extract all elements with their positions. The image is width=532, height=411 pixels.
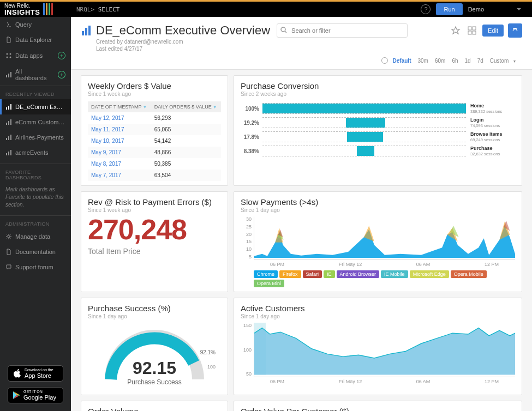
time-range-1d[interactable]: 1d: [462, 56, 474, 65]
sidebar-recent-item[interactable]: eComm Customer Infra & A…: [0, 114, 71, 130]
svg-rect-20: [82, 31, 84, 35]
svg-rect-25: [473, 27, 476, 30]
legend-chip[interactable]: IE Mobile: [381, 270, 408, 278]
legend-chip[interactable]: Opera Mobile: [451, 270, 487, 278]
time-range-default[interactable]: Default: [390, 56, 415, 65]
chart-icon: [5, 134, 12, 141]
funnel-step: 100%Home389,332 sessions: [241, 101, 515, 116]
run-button[interactable]: Run: [436, 3, 462, 15]
sidebar-recent-item[interactable]: acmeEvents: [0, 145, 71, 160]
svg-rect-22: [88, 26, 91, 35]
expand-button[interactable]: [508, 23, 522, 38]
help-icon[interactable]: ?: [421, 4, 431, 14]
chat-icon: [5, 264, 12, 270]
legend-chip[interactable]: Opera Mini: [254, 280, 284, 287]
legend-chip[interactable]: Chrome: [254, 270, 278, 278]
chart-icon: [5, 104, 12, 110]
svg-rect-8: [8, 106, 9, 110]
svg-point-23: [281, 27, 285, 32]
table-row[interactable]: May 9, 201748,866: [88, 147, 221, 158]
svg-rect-21: [85, 28, 87, 35]
svg-rect-11: [8, 121, 9, 125]
grid-view-button[interactable]: [466, 25, 478, 37]
play-icon: [13, 391, 20, 400]
sidebar-recent-item[interactable]: Airlines-Payments: [0, 130, 71, 145]
sidebar-admin-documentation[interactable]: Documentation: [0, 244, 71, 259]
card-active-customers: Active Customers Since 1 day ago 1501005…: [234, 298, 522, 395]
legend-chip[interactable]: Microsoft Edge: [410, 270, 449, 278]
time-range-7d[interactable]: 7d: [474, 56, 487, 65]
time-range-30m[interactable]: 30m: [414, 56, 431, 65]
account-menu[interactable]: Demo: [468, 6, 511, 13]
main: DE_eComm Executive Overview Created by d…: [71, 17, 532, 411]
apple-icon: [13, 368, 21, 378]
appstore-badge[interactable]: Download on theApp Store: [8, 365, 63, 382]
svg-rect-16: [6, 153, 7, 155]
search-input[interactable]: [277, 23, 408, 38]
edit-button[interactable]: Edit: [482, 25, 504, 37]
sidebar-fav-hint: Mark dashboards as Favorite to populate …: [0, 183, 71, 212]
favorite-button[interactable]: [450, 25, 462, 37]
table-row[interactable]: May 10, 201754,142: [88, 135, 221, 147]
svg-rect-4: [6, 75, 7, 77]
time-range-custom[interactable]: Custom ▾: [487, 56, 522, 65]
clock-icon: [381, 57, 388, 64]
svg-rect-27: [473, 31, 476, 34]
nrql-input[interactable]: NRQL> SELECT: [71, 6, 120, 13]
legend-chip[interactable]: Safari: [303, 270, 322, 278]
svg-rect-24: [468, 27, 471, 30]
caret-down-icon[interactable]: [517, 8, 521, 10]
time-range-60m[interactable]: 60m: [432, 56, 449, 65]
legend-chip[interactable]: Firefox: [279, 270, 301, 278]
card-order-volume: Order Volume Since 1 day ago 2.57 K 75.6…: [81, 401, 228, 411]
time-range: Default30m60m6h1d7dCustom ▾: [81, 57, 522, 64]
card-rev-risk: Rev @ Risk to Payment Errors ($) Since 1…: [81, 191, 228, 292]
purchase-success-gauge: 92.15 Purchase Success 92.1% 100: [88, 319, 221, 390]
svg-rect-13: [6, 138, 7, 140]
sidebar-admin-manage-data[interactable]: Manage data: [0, 229, 71, 244]
svg-rect-12: [10, 119, 11, 125]
funnel-chart: 100%Home389,332 sessions19.2%Login74,593…: [241, 101, 515, 161]
brand-bars-icon: [43, 3, 53, 15]
svg-point-0: [7, 53, 8, 55]
weekly-orders-table: Date of Timestamp▼ Daily Orders $ Value▼…: [88, 101, 221, 181]
card-purchase-success: Purchase Success (%) Since 1 day ago 92.…: [81, 298, 228, 395]
chart-icon: [5, 71, 12, 78]
sidebar-recent-header: Recently Viewed: [0, 86, 71, 99]
active-customers-chart: [254, 323, 515, 375]
card-conversion: Purchase Conversion Since 2 weeks ago 10…: [234, 75, 522, 186]
svg-rect-26: [468, 31, 471, 34]
sidebar-item-data-apps[interactable]: Data apps+: [0, 47, 71, 64]
legend-chip[interactable]: Android Browser: [337, 270, 380, 278]
sidebar-item-data-explorer[interactable]: Data Explorer: [0, 32, 71, 47]
sidebar-fav-header: Favorite Dashboards: [0, 164, 71, 183]
card-weekly-orders: Weekly Orders $ Value Since 1 week ago D…: [81, 75, 228, 186]
sidebar-admin-header: Administration: [0, 216, 71, 229]
sidebar-item-all-dashboards[interactable]: All dashboards+: [0, 64, 71, 86]
search-icon: [280, 27, 287, 33]
chart-icon: [5, 149, 12, 156]
brand[interactable]: New Relic.INSIGHTS: [0, 2, 71, 17]
table-row[interactable]: May 8, 201750,385: [88, 158, 221, 170]
time-range-6h[interactable]: 6h: [449, 56, 461, 65]
sidebar-admin-support-forum[interactable]: Support forum: [0, 259, 71, 275]
svg-point-2: [7, 57, 8, 58]
svg-rect-17: [8, 152, 9, 155]
gear-icon: [5, 233, 12, 240]
table-row[interactable]: May 11, 201765,065: [88, 124, 221, 135]
table-row[interactable]: May 7, 201763,504: [88, 170, 221, 181]
legend-chip[interactable]: IE: [324, 270, 335, 278]
card-order-value: Order Value Per Customer ($) Since 1 day…: [234, 401, 522, 411]
sidebar-recent-item[interactable]: DE_eComm Executive Ove…: [0, 99, 71, 114]
add-icon[interactable]: +: [58, 52, 65, 59]
svg-rect-9: [10, 104, 11, 110]
funnel-step: 17.8%Browse Items69,249 sessions: [241, 130, 515, 144]
sidebar-item-query[interactable]: Query: [0, 17, 71, 32]
table-row[interactable]: May 12, 201756,293: [88, 112, 221, 124]
add-icon[interactable]: +: [58, 71, 65, 78]
topbar: New Relic.INSIGHTS NRQL> SELECT ? Run De…: [0, 2, 532, 17]
svg-point-3: [10, 57, 11, 58]
funnel-step: 19.2%Login74,593 sessions: [241, 116, 515, 130]
page-header: DE_eComm Executive Overview Created by d…: [71, 17, 532, 70]
googleplay-badge[interactable]: GET IT ONGoogle Play: [8, 387, 63, 403]
